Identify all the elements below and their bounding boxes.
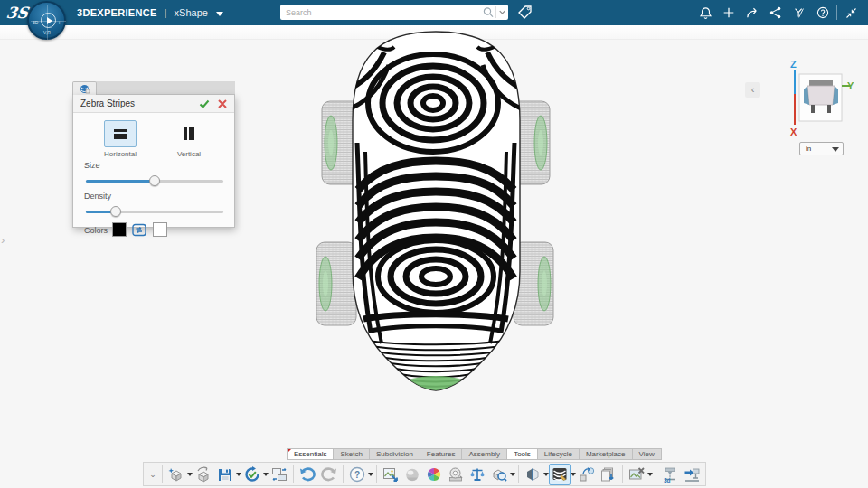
search-input[interactable] bbox=[280, 8, 481, 17]
left-panel-expand-chevron-icon[interactable]: › bbox=[1, 233, 14, 251]
dialog-title: Zebra Stripes bbox=[80, 99, 135, 108]
stripe-color-swatch-black[interactable] bbox=[112, 222, 127, 237]
batch-save-icon[interactable] bbox=[598, 464, 619, 485]
new-part-icon[interactable] bbox=[165, 464, 187, 485]
export-to-machine-icon[interactable] bbox=[681, 464, 703, 485]
share-network-icon[interactable] bbox=[764, 4, 788, 22]
compass-east-label: i bbox=[59, 20, 60, 25]
toolbar-separator bbox=[293, 465, 294, 483]
share-arrow-icon[interactable] bbox=[741, 4, 764, 22]
material-sphere-icon[interactable] bbox=[401, 464, 423, 485]
color-wheel-icon[interactable] bbox=[423, 464, 445, 485]
render-image-icon[interactable] bbox=[626, 464, 647, 485]
convert-shape-icon[interactable] bbox=[576, 464, 598, 485]
confirm-check-icon[interactable] bbox=[198, 98, 211, 110]
help-icon[interactable] bbox=[811, 4, 835, 22]
dialog-tab-strip bbox=[72, 81, 235, 95]
measure-icon[interactable] bbox=[445, 464, 467, 485]
tab-tools[interactable]: Tools bbox=[506, 448, 538, 460]
update-sync-icon[interactable] bbox=[241, 464, 263, 485]
axis-triad[interactable]: Z X Y bbox=[773, 58, 854, 141]
redo-icon[interactable] bbox=[318, 464, 340, 485]
compass-play-icon[interactable] bbox=[41, 13, 56, 28]
stripe-color-swatch-white[interactable] bbox=[153, 222, 167, 237]
open-part-icon[interactable] bbox=[193, 464, 214, 485]
app-switcher-chevron-icon[interactable] bbox=[216, 12, 223, 16]
top-bar: 3S 3DEXPERIENCE | xShape bbox=[0, 0, 868, 25]
capture-image-icon[interactable] bbox=[380, 464, 401, 485]
search-bar[interactable] bbox=[280, 5, 508, 20]
tab-features[interactable]: Features bbox=[420, 448, 463, 460]
units-dropdown[interactable]: in bbox=[799, 142, 844, 155]
zebra-dialog-panel: Zebra Stripes Horizontal Vertical Size bbox=[72, 95, 235, 228]
tab-marketplace[interactable]: Marketplace bbox=[579, 448, 633, 460]
tab-essentials[interactable]: Essentials bbox=[287, 448, 334, 460]
application-window: 3S 3DEXPERIENCE | xShape bbox=[0, 0, 868, 488]
section-view-icon[interactable] bbox=[522, 464, 543, 485]
colors-label: Colors bbox=[84, 226, 108, 235]
dialog-header[interactable]: Zebra Stripes bbox=[73, 95, 234, 113]
tag-icon[interactable] bbox=[517, 5, 533, 20]
render-dropdown[interactable] bbox=[647, 464, 653, 485]
help-circle-icon[interactable]: ? bbox=[346, 464, 368, 485]
toolbar-separator bbox=[343, 465, 344, 483]
notifications-bell-icon[interactable] bbox=[693, 4, 717, 22]
car-model-zebra-view[interactable] bbox=[298, 25, 570, 405]
topbar-divider bbox=[836, 5, 837, 20]
swap-colors-icon[interactable] bbox=[132, 223, 146, 237]
zebra-tool-tab[interactable] bbox=[72, 81, 97, 95]
search-options-chevron-icon[interactable] bbox=[495, 6, 508, 18]
y-axis-label[interactable]: Y bbox=[847, 80, 854, 91]
toolbar-collapse-chevron-icon[interactable]: ⌄ bbox=[146, 465, 159, 484]
zebra-stripes-icon[interactable] bbox=[549, 464, 571, 485]
search-icon[interactable] bbox=[481, 6, 495, 18]
undo-icon[interactable] bbox=[297, 464, 318, 485]
analyze-dropdown[interactable] bbox=[510, 464, 515, 485]
section-tabs: Essentials Sketch Subdivision Features A… bbox=[288, 448, 662, 460]
units-value: in bbox=[806, 145, 811, 153]
density-label: Density bbox=[84, 192, 111, 201]
tab-subdivision[interactable]: Subdivision bbox=[369, 448, 420, 460]
tab-assembly[interactable]: Assembly bbox=[461, 448, 507, 460]
exchange-data-icon[interactable] bbox=[269, 464, 290, 485]
collapse-window-icon[interactable] bbox=[839, 4, 863, 22]
svg-text:?: ? bbox=[354, 470, 360, 480]
app-name[interactable]: xShape bbox=[175, 7, 208, 18]
zebra-tool-tab-icon bbox=[80, 84, 90, 94]
app-title: 3DEXPERIENCE | xShape bbox=[77, 0, 223, 25]
print-3d-icon[interactable]: 3d bbox=[659, 464, 681, 485]
horizontal-stripes-button[interactable] bbox=[104, 120, 137, 147]
new-flag bbox=[288, 449, 291, 453]
close-x-icon[interactable] bbox=[216, 98, 229, 110]
3dexperience-compass[interactable]: 3D V,R i bbox=[27, 1, 66, 40]
x-axis-label[interactable]: X bbox=[790, 127, 797, 137]
vertical-stripes-icon bbox=[184, 127, 194, 140]
right-panel-collapse-chevron-icon[interactable]: ‹ bbox=[745, 82, 760, 98]
add-plus-icon[interactable] bbox=[717, 4, 741, 22]
toolbar-separator bbox=[376, 465, 377, 483]
density-slider[interactable] bbox=[86, 206, 223, 218]
compare-scales-icon[interactable] bbox=[467, 464, 488, 485]
toolbar-separator bbox=[656, 465, 656, 483]
title-separator: | bbox=[165, 7, 167, 18]
units-caret-icon bbox=[832, 147, 839, 152]
rear-left-wheel[interactable] bbox=[316, 242, 356, 325]
save-icon[interactable] bbox=[214, 464, 236, 485]
3dswym-icon[interactable] bbox=[788, 4, 811, 22]
size-slider[interactable] bbox=[86, 175, 223, 187]
horizontal-label: Horizontal bbox=[89, 150, 152, 158]
vertical-stripes-button[interactable] bbox=[173, 120, 205, 147]
z-axis-label[interactable]: Z bbox=[790, 59, 797, 70]
size-slider-handle[interactable] bbox=[149, 175, 160, 186]
size-label: Size bbox=[84, 161, 100, 170]
toolbar-separator bbox=[518, 465, 519, 483]
density-slider-handle[interactable] bbox=[110, 206, 121, 217]
tab-lifecycle[interactable]: Lifecycle bbox=[537, 448, 580, 460]
help-dropdown[interactable] bbox=[368, 464, 373, 485]
compass-south-label: V,R bbox=[43, 30, 51, 35]
check-analyze-icon[interactable] bbox=[488, 464, 510, 485]
rear-bumper-highlight bbox=[400, 376, 472, 401]
tab-view[interactable]: View bbox=[632, 448, 662, 460]
tab-sketch[interactable]: Sketch bbox=[333, 448, 369, 460]
svg-text:3d: 3d bbox=[664, 477, 671, 483]
